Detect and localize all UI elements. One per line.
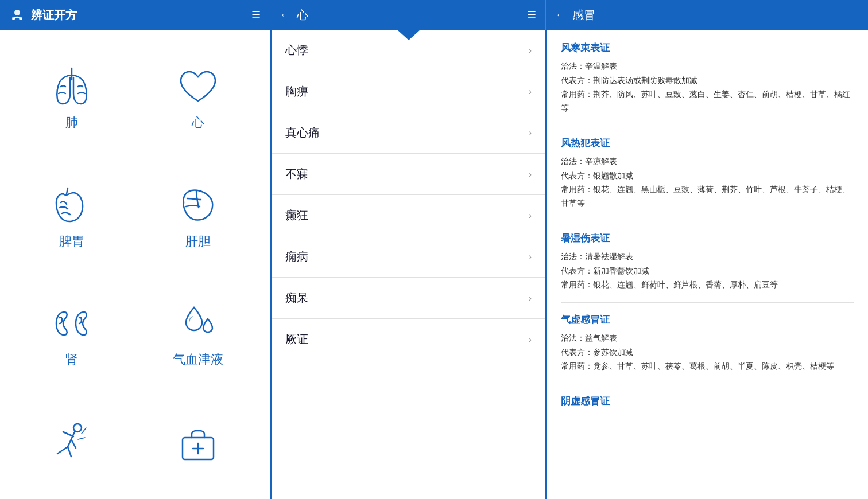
syndrome-title-4: 阴虚感冒证: [561, 395, 854, 408]
condition-name-3: 不寐: [285, 166, 308, 182]
syndrome-title-2: 暑湿伤表证: [561, 232, 854, 245]
svg-point-0: [14, 10, 20, 15]
condition-name-1: 胸痹: [285, 84, 308, 99]
condition-item-zhenxintong[interactable]: 真心痛 ›: [272, 112, 545, 154]
svg-line-10: [68, 447, 71, 457]
syndrome-title-3: 气虚感冒证: [561, 313, 854, 326]
organ-item-medical[interactable]: [138, 397, 258, 488]
svg-line-7: [63, 432, 73, 436]
condition-arrow-5: ›: [529, 252, 532, 262]
organ-item-acupuncture[interactable]: [11, 397, 132, 488]
condition-arrow-3: ›: [529, 169, 532, 180]
heart-label: 心: [192, 114, 204, 131]
syndrome-rep-2: 代表方：新加香薷饮加减: [561, 264, 854, 278]
right-panel: 风寒束表证 治法：辛温解表 代表方：荆防达表汤或荆防败毒散加减 常用药：荆芥、防…: [545, 30, 868, 499]
app-header: 辨证开方 ☰ ← 心 ☰ ← 感冒: [0, 0, 868, 30]
header-left: 辨证开方 ☰: [0, 0, 270, 30]
condition-name-4: 癫狂: [285, 208, 308, 223]
app-title: 辨证开方: [31, 7, 77, 23]
syndrome-treatment-3: 治法：益气解表: [561, 331, 854, 345]
back-icon-mid[interactable]: ←: [280, 9, 290, 21]
syndrome-drugs-3: 常用药：党参、甘草、苏叶、茯苓、葛根、前胡、半夏、陈皮、枳壳、桔梗等: [561, 360, 854, 373]
organ-item-stomach[interactable]: 脾胃: [11, 160, 132, 273]
lung-icon: [46, 64, 98, 110]
svg-point-5: [73, 424, 82, 432]
back-icon-right[interactable]: ←: [555, 9, 565, 21]
svg-line-8: [71, 439, 76, 448]
syndrome-treatment-1: 治法：辛凉解表: [561, 154, 854, 169]
condition-item-bumei[interactable]: 不寐 ›: [272, 154, 545, 195]
syndrome-rep-3: 代表方：参苏饮加减: [561, 345, 854, 360]
syndrome-treatment-2: 治法：清暑祛湿解表: [561, 250, 854, 264]
acupuncture-icon: [46, 419, 98, 465]
condition-name-5: 痫病: [285, 249, 308, 264]
medical-icon: [172, 419, 224, 465]
liver-icon: [172, 182, 224, 228]
kidney-icon: [46, 301, 98, 346]
triangle-decoration: [424, 490, 444, 499]
svg-line-11: [82, 428, 86, 434]
mid-panel: 心悸 › 胸痹 › 真心痛 › 不寐 › 癫狂 › 痫病 ›: [270, 30, 545, 499]
condition-name-2: 真心痛: [285, 125, 320, 141]
syndrome-title-0: 风寒束表证: [561, 41, 854, 54]
condition-arrow-6: ›: [529, 293, 532, 303]
organ-item-heart[interactable]: 心: [138, 41, 258, 154]
syndrome-treatment-0: 治法：辛温解表: [561, 59, 854, 73]
svg-line-9: [57, 447, 68, 454]
conditions-list: 心悸 › 胸痹 › 真心痛 › 不寐 › 癫狂 › 痫病 ›: [272, 30, 545, 360]
organ-item-lung[interactable]: 肺: [11, 41, 132, 154]
organ-item-qi[interactable]: 气血津液: [138, 278, 258, 391]
condition-arrow-7: ›: [529, 334, 532, 345]
condition-arrow-4: ›: [529, 210, 532, 221]
syndrome-block-1: 风热犯表证 治法：辛凉解表 代表方：银翘散加减 常用药：银花、连翘、黑山栀、豆豉…: [561, 137, 854, 221]
organ-item-liver[interactable]: 肝胆: [138, 160, 258, 273]
syndrome-rep-0: 代表方：荆防达表汤或荆防败毒散加减: [561, 73, 854, 88]
left-panel: 肺 心: [0, 30, 270, 499]
qi-label: 气血津液: [173, 351, 223, 368]
condition-item-xiongbi[interactable]: 胸痹 ›: [272, 71, 545, 112]
syndrome-rep-1: 代表方：银翘散加减: [561, 169, 854, 183]
stomach-label: 脾胃: [59, 233, 84, 250]
main-content: 肺 心: [0, 30, 868, 499]
kidney-label: 肾: [65, 351, 78, 368]
condition-name-0: 心悸: [285, 42, 308, 58]
svg-line-12: [78, 438, 85, 439]
syndrome-drugs-2: 常用药：银花、连翘、鲜荷叶、鲜芦根、香薷、厚朴、扁豆等: [561, 278, 854, 292]
condition-name-6: 痴呆: [285, 290, 308, 306]
svg-point-2: [19, 17, 22, 20]
condition-name-7: 厥证: [285, 332, 308, 347]
organ-item-kidney[interactable]: 肾: [11, 278, 132, 391]
stomach-icon: [46, 182, 98, 228]
heart-icon: [172, 64, 224, 110]
syndrome-drugs-0: 常用药：荆芥、防风、苏叶、豆豉、葱白、生姜、杏仁、前胡、桔梗、甘草、橘红等: [561, 88, 854, 115]
qi-icon: [172, 301, 224, 346]
mid-panel-triangle: [397, 30, 420, 40]
liver-label: 肝胆: [185, 233, 211, 250]
condition-item-diankuang[interactable]: 癫狂 ›: [272, 195, 545, 236]
header-mid: ← 心 ☰: [270, 0, 545, 30]
svg-line-4: [67, 188, 68, 194]
condition-item-juezheng[interactable]: 厥证 ›: [272, 319, 545, 360]
syndrome-block-2: 暑湿伤表证 治法：清暑祛湿解表 代表方：新加香薷饮加减 常用药：银花、连翘、鲜荷…: [561, 232, 854, 303]
svg-point-1: [12, 17, 16, 20]
condition-arrow-1: ›: [529, 87, 532, 97]
mid-title: 心: [297, 7, 308, 23]
header-right: ← 感冒: [545, 0, 868, 30]
condition-arrow-0: ›: [529, 45, 532, 56]
hamburger-icon-mid[interactable]: ☰: [527, 9, 536, 21]
syndrome-block-4: 阴虚感冒证: [561, 395, 854, 423]
syndrome-title-1: 风热犯表证: [561, 137, 854, 150]
right-title: 感冒: [572, 7, 595, 23]
syndrome-drugs-1: 常用药：银花、连翘、黑山栀、豆豉、薄荷、荆芥、竹叶、芦根、牛蒡子、桔梗、甘草等: [561, 183, 854, 210]
hamburger-icon-left[interactable]: ☰: [251, 9, 261, 21]
lung-label: 肺: [65, 114, 78, 131]
logo-icon: [9, 7, 25, 23]
syndrome-block-0: 风寒束表证 治法：辛温解表 代表方：荆防达表汤或荆防败毒散加减 常用药：荆芥、防…: [561, 41, 854, 126]
condition-item-xianbing[interactable]: 痫病 ›: [272, 236, 545, 278]
condition-arrow-2: ›: [529, 128, 532, 138]
condition-item-chi呆[interactable]: 痴呆 ›: [272, 278, 545, 319]
syndrome-block-3: 气虚感冒证 治法：益气解表 代表方：参苏饮加减 常用药：党参、甘草、苏叶、茯苓、…: [561, 313, 854, 384]
